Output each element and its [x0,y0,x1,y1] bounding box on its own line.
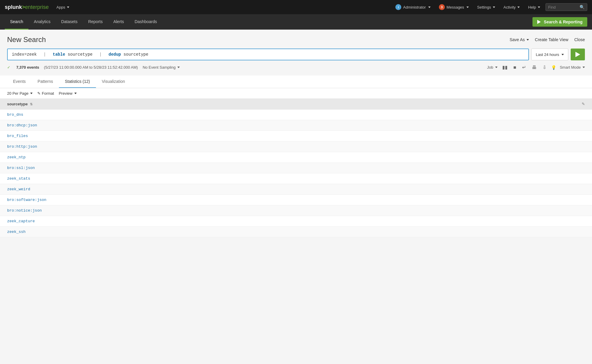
table-row: zeek_stats [0,173,592,184]
messages-badge: 3 [439,4,445,10]
preview-caret [74,93,77,94]
create-table-view-button[interactable]: Create Table View [535,37,568,42]
format-pencil-icon: ✎ [37,91,41,96]
tab-analytics[interactable]: Analytics [28,14,56,30]
status-right: Job ▮▮ ■ ↵ 🖶 ⇩ 💡 Smart Mode [487,64,585,71]
table-row: zeek_ntp [0,152,592,163]
cell-sourcetype[interactable]: bro:notice:json [0,205,592,216]
tab-alerts[interactable]: Alerts [108,14,129,30]
top-nav-activity[interactable]: Activity [500,4,523,11]
help-caret [538,7,540,8]
table-row: bro:software:json [0,195,592,205]
table-row: zeek_weird [0,184,592,195]
export-button[interactable]: ⇩ [541,64,548,71]
cell-sourcetype[interactable]: bro_files [0,131,592,141]
data-table-wrap: sourcetype ⇅ ✎ bro_dnsbro:dhcp:jsonbro_f… [0,99,592,237]
status-check-icon: ✓ [7,65,10,70]
job-button[interactable]: Job [487,65,498,70]
col-header-sourcetype[interactable]: sourcetype ⇅ ✎ [0,99,592,109]
top-nav-apps[interactable]: Apps [54,4,73,11]
info-badge: i [395,4,401,10]
top-nav-messages[interactable]: 3 Messages [436,3,472,11]
logo-splunk: splunk [5,4,22,10]
sampling-button[interactable]: No Event Sampling [143,65,180,70]
status-bar: ✓ 7,370 events (5/27/23 11:00:00.000 AM … [7,64,585,71]
logo-enterprise: enterprise [25,4,49,10]
query-sourcetype-1: sourcetype [65,52,92,57]
share-button[interactable]: ↵ [521,64,527,71]
run-play-icon [575,52,580,57]
cell-sourcetype[interactable]: bro:http:json [0,141,592,152]
tab-statistics[interactable]: Statistics (12) [59,75,96,88]
smart-mode-button[interactable]: Smart Mode [560,65,585,70]
tab-datasets[interactable]: Datasets [56,14,83,30]
cell-sourcetype[interactable]: bro:dhcp:json [0,120,592,131]
tab-visualization[interactable]: Visualization [96,75,131,88]
logo-gt: > [22,4,25,10]
cell-sourcetype[interactable]: zeek_weird [0,184,592,195]
sec-nav: Search Analytics Datasets Reports Alerts… [0,14,592,30]
print-button[interactable]: 🖶 [531,64,538,71]
table-controls: 20 Per Page ✎ Format Preview [0,88,592,99]
light-icon: 💡 [551,65,556,70]
time-range-info: (5/27/23 11:00:00.000 AM to 5/28/23 11:5… [44,65,138,70]
event-count: 7,370 events [16,65,39,70]
close-button[interactable]: Close [574,37,585,42]
search-input[interactable]: index=zeek | table sourcetype | dedup so… [7,49,529,60]
find-input[interactable] [548,5,578,9]
cell-sourcetype[interactable]: bro_dns [0,109,592,120]
query-dedup-keyword: dedup [108,52,121,57]
cell-sourcetype[interactable]: zeek_ssh [0,227,592,237]
table-row: zeek_capture [0,216,592,227]
tab-search[interactable]: Search [5,14,28,30]
search-reporting-button[interactable]: Search & Reporting [532,17,587,27]
tab-patterns[interactable]: Patterns [32,75,59,88]
stop-button[interactable]: ■ [512,64,518,71]
query-pipe-2: | [94,52,107,57]
run-search-button[interactable] [571,49,585,60]
table-row: bro:http:json [0,141,592,152]
format-button[interactable]: ✎ Format [37,91,54,96]
page-actions: Save As Create Table View Close [510,37,585,42]
table-row: bro:notice:json [0,205,592,216]
sec-nav-right: Search & Reporting [532,14,587,30]
main-content: New Search Save As Create Table View Clo… [0,30,592,237]
cell-sourcetype[interactable]: zeek_capture [0,216,592,227]
save-as-button[interactable]: Save As [510,37,529,42]
job-caret [495,67,498,68]
time-range-button[interactable]: Last 24 hours [531,49,568,60]
save-as-caret [527,39,529,41]
find-box: 🔍 [546,3,587,11]
sort-icon: ⇅ [30,102,33,106]
logo: splunk>enterprise [5,4,49,10]
top-nav-administrator[interactable]: i Administrator [392,3,434,11]
per-page-caret [30,93,33,94]
query-table-keyword: table [53,52,65,57]
top-nav-right: i Administrator 3 Messages Settings Acti… [392,3,587,11]
query-sourcetype-2: sourcetype [121,52,148,57]
search-icon: 🔍 [580,5,585,9]
cell-sourcetype[interactable]: zeek_stats [0,173,592,184]
tab-dashboards[interactable]: Dashboards [129,14,162,30]
edit-column-icon[interactable]: ✎ [582,102,585,106]
per-page-button[interactable]: 20 Per Page [7,91,33,96]
page-title: New Search [7,36,46,44]
preview-button[interactable]: Preview [59,91,76,96]
tab-reports[interactable]: Reports [83,14,108,30]
table-row: zeek_ssh [0,227,592,237]
cell-sourcetype[interactable]: zeek_ntp [0,152,592,163]
time-range-caret [561,54,564,55]
settings-caret [493,7,495,8]
cell-sourcetype[interactable]: bro:software:json [0,195,592,205]
query-pipe-1: | [38,52,51,57]
tab-events[interactable]: Events [7,75,32,88]
table-row: bro_files [0,131,592,141]
search-bar-container: index=zeek | table sourcetype | dedup so… [7,49,585,60]
table-row: bro:dhcp:json [0,120,592,131]
top-nav-help[interactable]: Help [525,4,543,11]
top-nav-settings[interactable]: Settings [474,4,498,11]
sampling-caret [177,67,180,68]
pause-button[interactable]: ▮▮ [501,64,509,71]
table-row: bro_dns [0,109,592,120]
cell-sourcetype[interactable]: bro:ssl:json [0,163,592,173]
